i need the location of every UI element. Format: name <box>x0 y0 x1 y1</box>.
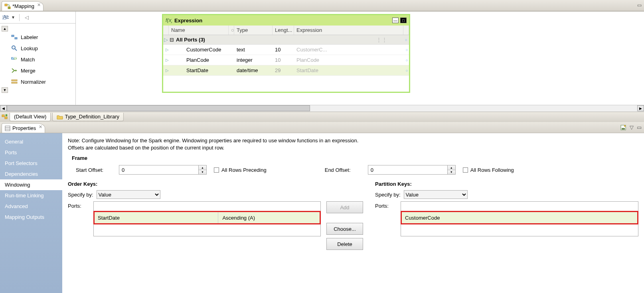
props-side-item-general[interactable]: General <box>0 136 62 147</box>
all-rows-following-checkbox[interactable]: All Rows Following <box>463 167 514 173</box>
props-side-item-windowing[interactable]: Windowing <box>0 179 62 190</box>
port-row[interactable]: ▷CustomerCodetext10CustomerC...○ <box>163 45 409 55</box>
start-offset-spinner[interactable]: ▲▼ <box>119 165 207 175</box>
start-offset-input[interactable] <box>119 165 199 175</box>
svg-point-19 <box>6 114 8 116</box>
svg-rect-5 <box>12 35 14 37</box>
separator <box>19 14 20 21</box>
end-offset-input[interactable] <box>368 165 448 175</box>
input-link-icon: ▷ <box>163 37 169 43</box>
port-expression: CustomerC... <box>294 47 403 53</box>
port-length: 29 <box>273 67 294 73</box>
order-key-direction: Ascending (A) <box>218 211 320 224</box>
rename-tool-icon[interactable]: Ab <box>2 14 9 21</box>
start-offset-label: Start Offset: <box>76 167 112 173</box>
output-link-icon: ○ <box>403 58 409 62</box>
view-menu-icon[interactable]: ▽ <box>630 124 634 131</box>
partition-specify-by-select[interactable]: Value <box>404 190 468 199</box>
palette-dropdown-icon[interactable]: ▼ <box>11 15 15 20</box>
end-offset-spinner[interactable]: ▲▼ <box>368 165 456 175</box>
scroll-right-icon[interactable]: ▶ <box>637 105 644 111</box>
col-name[interactable]: Name <box>169 26 229 35</box>
expression-titlebar[interactable]: f(x) Expression — □ <box>163 15 409 26</box>
table-row[interactable] <box>94 224 320 236</box>
svg-text:B: B <box>15 57 18 61</box>
palette-scroll-down[interactable]: ▼ <box>2 87 8 93</box>
partition-keys-table[interactable]: CustomerCode <box>401 201 638 236</box>
palette-toolbar: Ab ▼ ◁ <box>0 12 75 24</box>
merge-icon <box>11 67 18 74</box>
port-row[interactable]: ▷PlanCodeinteger10PlanCode○ <box>163 55 409 65</box>
props-side-item-run-time-linking[interactable]: Run-time Linking <box>0 190 62 201</box>
close-icon[interactable]: ✕ <box>37 2 41 8</box>
col-expression[interactable]: Expression <box>294 26 403 35</box>
fx-icon: f(x) <box>166 17 172 24</box>
order-specify-by-select[interactable]: Value <box>97 190 160 199</box>
palette-scroll-up[interactable]: ▲ <box>2 26 8 31</box>
lookup-icon <box>11 45 18 51</box>
normalizer-icon <box>11 79 18 85</box>
spin-down-icon[interactable]: ▼ <box>199 170 206 175</box>
input-link-icon: ▷ <box>163 68 169 73</box>
spin-down-icon[interactable]: ▼ <box>448 170 455 175</box>
frame-group-label: Frame <box>72 155 638 161</box>
all-ports-group[interactable]: ▷ ⊟ All Ports (3) ⋮⋮ ○ <box>163 35 409 45</box>
drag-grip-icon[interactable]: ⋮⋮ <box>376 37 387 43</box>
svg-rect-6 <box>15 37 17 39</box>
close-icon[interactable]: ✕ <box>39 124 42 130</box>
minimize-icon[interactable]: — <box>392 18 399 23</box>
minimize-restore-icon[interactable]: ▭ <box>637 2 642 8</box>
partition-key-port: CustomerCode <box>401 211 638 224</box>
checkbox-icon <box>214 167 219 173</box>
props-side-item-port-selectors[interactable]: Port Selectors <box>0 158 62 169</box>
mapping-tab-label: *Mapping <box>12 3 34 9</box>
pin-save-icon[interactable] <box>620 124 626 131</box>
table-row[interactable] <box>401 224 638 236</box>
add-button[interactable]: Add <box>326 201 363 213</box>
palette-item-lookup[interactable]: Lookup <box>0 43 75 54</box>
default-view-tab[interactable]: (Default View) <box>10 113 51 121</box>
port-row[interactable]: ▷StartDatedate/time29StartDate○ <box>163 65 409 76</box>
ports-label: Ports: <box>375 201 398 209</box>
col-type[interactable]: Type <box>234 26 273 35</box>
props-side-item-mapping-outputs[interactable]: Mapping Outputs <box>0 212 62 222</box>
end-offset-label: End Offset: <box>325 167 361 173</box>
palette-item-match[interactable]: AB Match <box>0 54 75 65</box>
minimize-restore-icon[interactable]: ▭ <box>637 124 642 131</box>
mapping-tab[interactable]: *Mapping ✕ <box>2 1 43 11</box>
palette-item-merge[interactable]: Merge <box>0 65 75 76</box>
order-keys-table[interactable]: StartDate Ascending (A) <box>93 201 321 236</box>
properties-tab[interactable]: Properties ✕ <box>2 123 45 133</box>
choose-button[interactable]: Choose... <box>326 223 363 235</box>
props-side-item-advanced[interactable]: Advanced <box>0 201 62 212</box>
type-definition-library-tab[interactable]: Type_Definition_Library <box>52 113 124 121</box>
palette-item-labeler[interactable]: Labeler <box>0 31 75 43</box>
spin-up-icon[interactable]: ▲ <box>448 165 455 170</box>
props-side-item-dependencies[interactable]: Dependencies <box>0 169 62 179</box>
maximize-icon[interactable]: □ <box>400 18 407 23</box>
order-key-port: StartDate <box>94 211 218 224</box>
checkbox-label: All Rows Following <box>470 167 514 173</box>
footer-tab-label: Type_Definition_Library <box>65 114 119 120</box>
collapse-icon[interactable]: ⊟ <box>169 37 174 43</box>
col-length[interactable]: Lengt... <box>273 26 294 35</box>
mapping-canvas[interactable]: f(x) Expression — □ Name ○ Type Lengt...… <box>76 12 644 105</box>
scrollbar-thumb[interactable] <box>7 105 310 111</box>
all-rows-preceding-checkbox[interactable]: All Rows Preceding <box>214 167 267 173</box>
canvas-horizontal-scrollbar[interactable]: ◀ ▶ <box>0 105 644 112</box>
partition-key-row[interactable]: CustomerCode <box>401 211 638 224</box>
order-key-row[interactable]: StartDate Ascending (A) <box>94 211 320 224</box>
editor-tabstrip: *Mapping ✕ ▭ <box>0 0 644 11</box>
palette-item-normalizer[interactable]: Normalizer <box>0 76 75 87</box>
views-icon[interactable] <box>2 114 8 120</box>
nav-back-icon[interactable]: ◁ <box>24 14 30 21</box>
scroll-left-icon[interactable]: ◀ <box>0 105 7 111</box>
expression-transformation[interactable]: f(x) Expression — □ Name ○ Type Lengt...… <box>162 14 410 93</box>
input-link-icon: ▷ <box>163 47 169 52</box>
match-icon: AB <box>11 56 18 63</box>
key-indicator-icon: ○ <box>229 26 234 35</box>
spin-up-icon[interactable]: ▲ <box>199 165 206 170</box>
props-side-item-ports[interactable]: Ports <box>0 147 62 158</box>
delete-button[interactable]: Delete <box>326 238 363 250</box>
svg-text:f(x): f(x) <box>166 18 172 23</box>
